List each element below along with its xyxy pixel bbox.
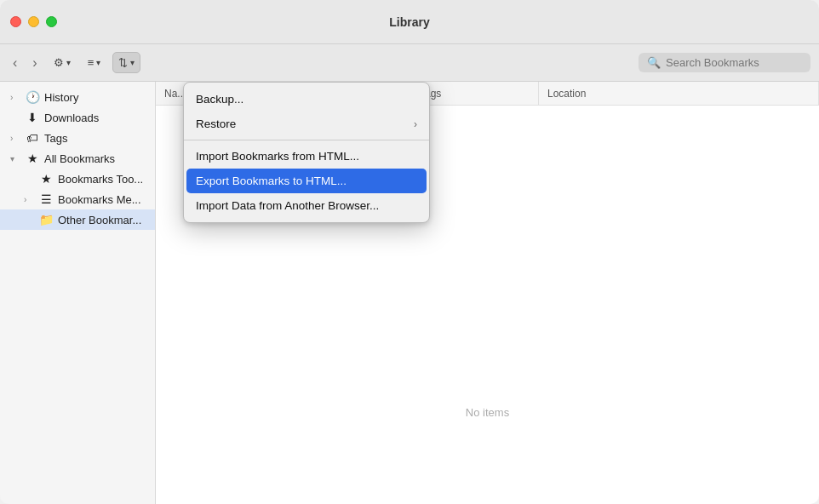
title-bar: Library: [0, 0, 819, 44]
sidebar-label-bookmarks-toolbar: Bookmarks Too...: [58, 173, 143, 186]
sidebar-label-all-bookmarks: All Bookmarks: [44, 152, 115, 165]
sidebar-label-history: History: [44, 91, 78, 104]
menu-item-import-html[interactable]: Import Bookmarks from HTML...: [184, 144, 429, 169]
downloads-icon: ⬇: [26, 111, 39, 124]
menu-separator: [184, 140, 429, 140]
sidebar-label-other-bookmarks: Other Bookmar...: [58, 214, 141, 226]
dropdown-menu[interactable]: Backup... Restore › Import Bookmarks fro…: [183, 82, 430, 223]
bookmarks-menu-icon: ☰: [39, 192, 53, 206]
close-button[interactable]: [10, 16, 21, 27]
menu-label-export-html: Export Bookmarks to HTML...: [196, 175, 346, 187]
view-arrow-icon: ▾: [96, 58, 100, 67]
sidebar-item-downloads[interactable]: ⬇ Downloads: [0, 107, 155, 128]
sidebar-item-bookmarks-menu[interactable]: › ☰ Bookmarks Me...: [0, 189, 155, 209]
traffic-lights: [10, 16, 57, 27]
submenu-arrow-icon: ›: [414, 118, 417, 130]
menu-label-restore: Restore: [196, 117, 236, 130]
maximize-button[interactable]: [46, 16, 57, 27]
column-location: Location: [539, 82, 819, 105]
gear-icon: ⚙: [54, 56, 64, 69]
menu-item-export-html[interactable]: Export Bookmarks to HTML...: [186, 169, 427, 193]
bookmarks-toolbar-icon: ★: [39, 172, 53, 186]
gear-menu-button[interactable]: ⚙ ▾: [49, 53, 76, 72]
all-bookmarks-icon: ★: [26, 152, 39, 165]
back-button[interactable]: ‹: [9, 52, 21, 74]
tags-icon: 🏷: [26, 131, 39, 145]
sidebar-label-tags: Tags: [44, 132, 67, 145]
main-area: › 🕐 History ⬇ Downloads › 🏷 Tags ▾ ★ All…: [0, 82, 819, 504]
menu-item-import-browser[interactable]: Import Data from Another Browser...: [184, 193, 429, 218]
chevron-icon: ›: [24, 195, 34, 204]
menu-label-import-browser: Import Data from Another Browser...: [196, 199, 379, 212]
menu-label-import-html: Import Bookmarks from HTML...: [196, 150, 359, 163]
gear-arrow-icon: ▾: [66, 58, 71, 67]
sort-arrow-icon: ▾: [130, 58, 135, 67]
menu-item-restore[interactable]: Restore ›: [184, 112, 429, 136]
view-menu-button[interactable]: ≡ ▾: [83, 53, 106, 72]
search-bar[interactable]: 🔍: [639, 53, 810, 72]
other-bookmarks-icon: 📁: [39, 213, 53, 226]
search-icon: 🔍: [647, 56, 661, 69]
sidebar: › 🕐 History ⬇ Downloads › 🏷 Tags ▾ ★ All…: [0, 82, 156, 504]
view-icon: ≡: [88, 56, 94, 69]
sidebar-item-bookmarks-toolbar[interactable]: ★ Bookmarks Too...: [0, 169, 155, 189]
forward-button[interactable]: ›: [28, 52, 41, 74]
search-input[interactable]: [666, 56, 802, 69]
window-title: Library: [389, 15, 429, 29]
sidebar-item-other-bookmarks[interactable]: 📁 Other Bookmar...: [0, 209, 155, 230]
sort-menu-button[interactable]: ⇅ ▾: [112, 52, 140, 73]
sidebar-item-history[interactable]: › 🕐 History: [0, 87, 155, 107]
sidebar-label-bookmarks-menu: Bookmarks Me...: [58, 193, 141, 206]
no-items-label: No items: [466, 406, 509, 419]
minimize-button[interactable]: [28, 16, 39, 27]
sort-icon: ⇅: [118, 56, 128, 69]
chevron-icon: ▾: [10, 154, 20, 163]
toolbar: ‹ › ⚙ ▾ ≡ ▾ ⇅ ▾ 🔍: [0, 44, 819, 82]
history-icon: 🕐: [26, 90, 39, 104]
sidebar-item-all-bookmarks[interactable]: ▾ ★ All Bookmarks: [0, 148, 155, 169]
menu-label-backup: Backup...: [196, 93, 243, 106]
menu-item-backup[interactable]: Backup...: [184, 87, 429, 112]
chevron-icon: ›: [10, 93, 20, 102]
sidebar-item-tags[interactable]: › 🏷 Tags: [0, 128, 155, 148]
column-tags: Tags: [411, 82, 539, 105]
chevron-icon: ›: [10, 134, 20, 143]
sidebar-label-downloads: Downloads: [44, 112, 99, 124]
